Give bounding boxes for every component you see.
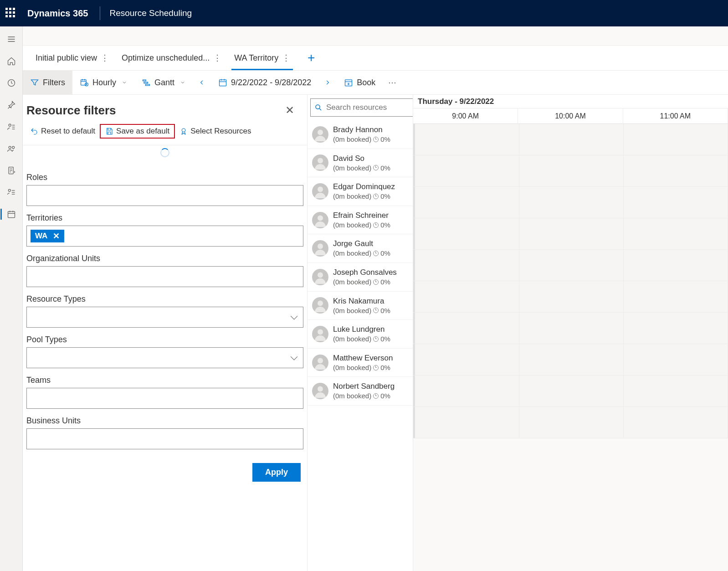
save-label: Save as default [116,127,169,136]
resource-row[interactable]: Matthew Everson (0m booked) 0% [308,349,413,377]
business-units-input[interactable] [26,428,303,449]
nav-pinned[interactable] [0,96,22,114]
resource-subtext: (0m booked) 0% [333,334,390,344]
avatar [312,383,328,399]
grid-row[interactable] [413,407,728,438]
grid-cell[interactable] [413,218,519,249]
grid-cell[interactable] [413,124,519,155]
roles-input[interactable] [26,185,303,206]
grid-cell[interactable] [413,155,519,186]
resource-row[interactable]: David So (0m booked) 0% [308,149,413,178]
resource-row[interactable]: Norbert Sandberg (0m booked) 0% [308,377,413,406]
tab-add-button[interactable]: + [302,49,320,67]
nav-requirements[interactable] [0,161,22,180]
app-launcher-icon[interactable] [5,8,16,19]
grid-cell[interactable] [519,250,624,281]
apply-button[interactable]: Apply [252,463,301,482]
reset-default-button[interactable]: Reset to default [26,124,100,139]
tab-menu-icon[interactable]: ⋮ [213,53,221,63]
loading-spinner-icon [160,148,169,157]
nav-schedule-board[interactable] [0,205,22,223]
grid-cell[interactable] [413,250,519,281]
pool-types-label: Pool Types [26,335,303,345]
resource-row[interactable]: Joseph Gonsalves (0m booked) 0% [308,263,413,292]
grid-cell[interactable] [519,281,624,312]
grid-cell[interactable] [624,124,728,155]
resource-name: Matthew Everson [333,353,393,363]
resource-types-select[interactable] [26,307,303,328]
territory-chip[interactable]: WA ✕ [31,230,64,242]
timescale-button[interactable]: Hourly [72,71,134,94]
grid-cell[interactable] [519,124,624,155]
resource-row[interactable]: Luke Lundgren (0m booked) 0% [308,320,413,349]
grid-row[interactable] [413,155,728,187]
resource-row[interactable]: Jorge Gault (0m booked) 0% [308,234,413,263]
select-resources-button[interactable]: Select Resources [175,124,256,139]
grid-cell[interactable] [519,407,624,438]
tab-wa-territory[interactable]: WA Territory ⋮ [228,46,297,70]
close-icon[interactable]: ✕ [282,102,298,118]
grid-row[interactable] [413,187,728,218]
grid-cell[interactable] [624,344,728,375]
ribbon-icon [179,127,188,135]
resource-search-input[interactable] [326,103,413,112]
resource-row[interactable]: Kris Nakamura (0m booked) 0% [308,292,413,320]
tab-optimize-unscheduled[interactable]: Optimize unscheduled... ⋮ [115,46,228,70]
grid-row[interactable] [413,313,728,344]
grid-cell[interactable] [519,376,624,406]
grid-cell[interactable] [624,218,728,249]
grid-row[interactable] [413,344,728,376]
grid-cell[interactable] [624,155,728,186]
grid-cell[interactable] [413,281,519,312]
book-button[interactable]: Book [337,71,383,94]
grid-cell[interactable] [413,313,519,344]
grid-row[interactable] [413,281,728,313]
tab-menu-icon[interactable]: ⋮ [101,53,109,63]
grid-cell[interactable] [624,376,728,406]
territories-label: Territories [26,213,303,223]
tab-initial-public-view[interactable]: Initial public view ⋮ [29,46,115,70]
date-prev-button[interactable] [193,79,211,86]
nav-list[interactable] [0,183,22,201]
territories-input[interactable]: WA ✕ [26,226,303,247]
teams-input[interactable] [26,388,303,409]
grid-cell[interactable] [624,250,728,281]
grid-cell[interactable] [413,187,519,218]
nav-collapse-button[interactable] [0,30,22,48]
grid-cell[interactable] [519,155,624,186]
grid-cell[interactable] [624,281,728,312]
resource-row[interactable]: Edgar Dominquez (0m booked) 0% [308,177,413,206]
grid-row[interactable] [413,250,728,281]
date-next-button[interactable] [318,79,337,86]
grid-cell[interactable] [519,218,624,249]
nav-recent[interactable] [0,74,22,92]
grid-row[interactable] [413,124,728,155]
grid-cell[interactable] [624,187,728,218]
grid-cell[interactable] [413,376,519,406]
grid-cell[interactable] [624,313,728,344]
resource-row[interactable]: Brady Hannon (0m booked) 0% [308,120,413,149]
grid-cell[interactable] [519,344,624,375]
grid-cell[interactable] [413,344,519,375]
date-range-button[interactable]: 9/22/2022 - 9/28/2022 [211,71,318,94]
toolbar-overflow-button[interactable]: ⋯ [383,77,403,87]
grid-row[interactable] [413,218,728,250]
nav-home[interactable] [0,52,22,70]
filters-button[interactable]: Filters [23,71,72,94]
grid-row[interactable] [413,376,728,407]
grid-cell[interactable] [413,407,519,438]
chip-remove-icon[interactable]: ✕ [53,232,60,240]
resource-row[interactable]: Efrain Schreiner (0m booked) 0% [308,206,413,235]
resource-search-box[interactable] [310,98,413,117]
view-mode-button[interactable]: Gantt [134,71,193,94]
save-default-button[interactable]: Save as default [100,124,175,139]
pool-types-select[interactable] [26,347,303,368]
nav-resources[interactable] [0,118,22,136]
grid-cell[interactable] [519,313,624,344]
grid-cell[interactable] [519,187,624,218]
org-units-input[interactable] [26,266,303,287]
nav-people[interactable] [0,139,22,158]
roles-label: Roles [26,173,303,182]
tab-menu-icon[interactable]: ⋮ [282,53,290,63]
grid-cell[interactable] [624,407,728,438]
